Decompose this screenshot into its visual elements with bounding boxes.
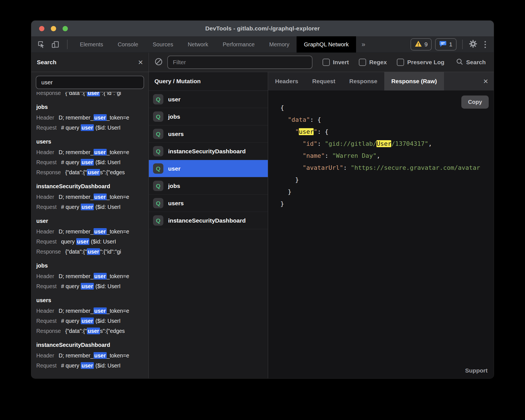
search-result-line[interactable]: Request# query user ($id: UserI	[36, 157, 149, 167]
search-result-line[interactable]: HeaderD; remember_user_token=e	[36, 271, 149, 281]
search-panel-close-icon[interactable]: ×	[138, 58, 143, 66]
json-line: }	[280, 198, 494, 210]
response-tab-headers[interactable]: Headers	[268, 72, 305, 90]
regex-checkbox-group[interactable]: Regex	[359, 59, 387, 66]
query-icon: Q	[153, 146, 163, 156]
query-list: QuserQjobsQusersQinstanceSecurityDashboa…	[149, 91, 268, 229]
search-result-group-title[interactable]: users	[36, 295, 149, 306]
regex-checkbox[interactable]	[359, 59, 366, 66]
search-result-line[interactable]: HeaderD; remember_user_token=e	[36, 192, 149, 202]
more-tabs-chevron-icon[interactable]: »	[356, 36, 371, 52]
search-result-line[interactable]: Response{"data":{"user":{"id":"gi	[36, 92, 121, 98]
query-row-label: user	[168, 165, 180, 172]
search-icon	[456, 58, 463, 66]
messages-badge[interactable]: 1	[435, 38, 457, 51]
chat-bubble-icon	[439, 40, 447, 49]
clipped-result-row[interactable]: Response{"data":{"user":{"id":"gi	[36, 92, 149, 98]
clear-filter-icon[interactable]	[154, 58, 163, 67]
response-panel-close-icon[interactable]: ×	[483, 77, 488, 85]
search-result-group: usersHeaderD; remember_user_token=eReque…	[36, 136, 149, 177]
query-row-jobs[interactable]: Qjobs	[149, 108, 268, 125]
preserve-log-label: Preserve Log	[407, 59, 444, 66]
result-field-label: Header	[36, 273, 54, 279]
copy-button[interactable]: Copy	[461, 96, 489, 109]
warnings-badge[interactable]: 9	[411, 38, 432, 51]
search-result-group-title[interactable]: user	[36, 215, 149, 226]
preserve-log-checkbox-group[interactable]: Preserve Log	[397, 59, 444, 66]
tab-memory[interactable]: Memory	[262, 36, 297, 52]
settings-gear-icon[interactable]	[468, 39, 478, 50]
toolbar-divider	[67, 40, 68, 49]
search-result-line[interactable]: Requestquery user ($id: UserI	[36, 237, 149, 247]
query-row-users[interactable]: Qusers	[149, 125, 268, 143]
search-result-group-title[interactable]: instanceSecurityDashboard	[36, 181, 149, 192]
query-row-user[interactable]: Quser	[149, 91, 268, 108]
search-result-line[interactable]: Request# query user ($id: UserI	[36, 361, 149, 371]
search-result-group-title[interactable]: users	[36, 136, 149, 147]
devtools-window: DevTools - gitlab.com/-/graphql-explorer…	[31, 21, 494, 378]
result-field-label: Request	[36, 362, 57, 369]
title-bar: DevTools - gitlab.com/-/graphql-explorer	[31, 21, 494, 36]
json-viewer: { "data": { "user": { "id": "gid://gitla…	[268, 90, 494, 210]
messages-count: 1	[449, 41, 452, 48]
query-mutation-panel: Query / Mutation QuserQjobsQusersQinstan…	[149, 72, 268, 378]
support-link[interactable]: Support	[465, 367, 488, 374]
search-result-group: instanceSecurityDashboardHeaderD; rememb…	[36, 339, 149, 371]
inspect-element-icon[interactable]	[37, 40, 46, 49]
tab-sources[interactable]: Sources	[145, 36, 180, 52]
tab-graphql-network[interactable]: GraphQL Network	[297, 36, 356, 52]
search-input[interactable]	[36, 76, 144, 89]
search-result-line[interactable]: HeaderD; remember_user_token=e	[36, 226, 149, 237]
kebab-menu-icon[interactable]	[483, 41, 488, 48]
query-mutation-header: Query / Mutation	[149, 72, 268, 91]
search-result-line[interactable]: Request# query user ($id: UserI	[36, 281, 149, 291]
filter-input[interactable]	[167, 56, 312, 69]
query-row-jobs[interactable]: Qjobs	[149, 177, 268, 195]
search-result-group-title[interactable]: jobs	[36, 101, 149, 113]
search-result-line[interactable]: Request# query user ($id: UserI	[36, 316, 149, 326]
search-toggle[interactable]: Search	[456, 58, 486, 66]
json-line: "avatarUrl": "https://secure.gravatar.co…	[280, 162, 494, 174]
search-result-line[interactable]: HeaderD; remember_user_token=e	[36, 306, 149, 316]
query-icon: Q	[153, 111, 163, 122]
query-icon: Q	[153, 94, 163, 104]
device-toolbar-icon[interactable]	[51, 40, 60, 49]
query-icon: Q	[153, 129, 163, 139]
search-result-line[interactable]: HeaderD; remember_user_token=e	[36, 113, 149, 123]
search-result-line[interactable]: Request# query user ($id: UserI	[36, 202, 149, 212]
preserve-log-checkbox[interactable]	[397, 59, 404, 66]
search-result-line[interactable]: Response{"data":{"users":{"edges	[36, 167, 149, 177]
search-result-line[interactable]: Response{"data":{"users":{"edges	[36, 326, 149, 336]
query-row-instancesecuritydashboard[interactable]: QinstanceSecurityDashboard	[149, 143, 268, 160]
search-result-line[interactable]: Request# query user ($id: UserI	[36, 123, 149, 133]
tab-console[interactable]: Console	[110, 36, 145, 52]
devtools-tab-strip: ElementsConsoleSourcesNetworkPerformance…	[73, 36, 356, 52]
json-line: }	[280, 186, 494, 198]
tab-performance[interactable]: Performance	[216, 36, 262, 52]
search-panel: Search × Response{"data":{"user":{"id":"…	[31, 53, 149, 378]
result-field-label: Header	[36, 194, 54, 200]
search-result-group-title[interactable]: jobs	[36, 260, 149, 271]
response-tab-response[interactable]: Response	[342, 72, 384, 90]
response-tab-strip: HeadersRequestResponseResponse (Raw) ×	[268, 72, 494, 90]
search-result-line[interactable]: HeaderD; remember_user_token=e	[36, 350, 149, 361]
result-field-label: Header	[36, 228, 54, 235]
query-row-users[interactable]: Qusers	[149, 195, 268, 212]
search-results: Response{"data":{"user":{"id":"gijobsHea…	[31, 91, 149, 378]
search-result-line[interactable]: Response{"data":{"user":{"id":"gi	[36, 247, 149, 257]
tab-network[interactable]: Network	[180, 36, 215, 52]
query-row-label: users	[168, 131, 184, 137]
query-row-label: users	[168, 200, 184, 207]
invert-checkbox-group[interactable]: Invert	[323, 59, 349, 66]
response-tab-request[interactable]: Request	[305, 72, 342, 90]
query-row-instancesecuritydashboard[interactable]: QinstanceSecurityDashboard	[149, 212, 268, 229]
invert-checkbox[interactable]	[323, 59, 330, 66]
search-result-line[interactable]: HeaderD; remember_user_token=e	[36, 147, 149, 157]
tab-elements[interactable]: Elements	[73, 36, 110, 52]
regex-label: Regex	[369, 59, 387, 66]
query-row-user[interactable]: Quser	[149, 160, 268, 177]
response-raw-body: Copy { "data": { "user": { "id": "gid://…	[268, 90, 494, 378]
response-tab-response-raw[interactable]: Response (Raw)	[384, 72, 444, 90]
search-result-group-title[interactable]: instanceSecurityDashboard	[36, 339, 149, 350]
query-row-label: instanceSecurityDashboard	[168, 148, 246, 155]
